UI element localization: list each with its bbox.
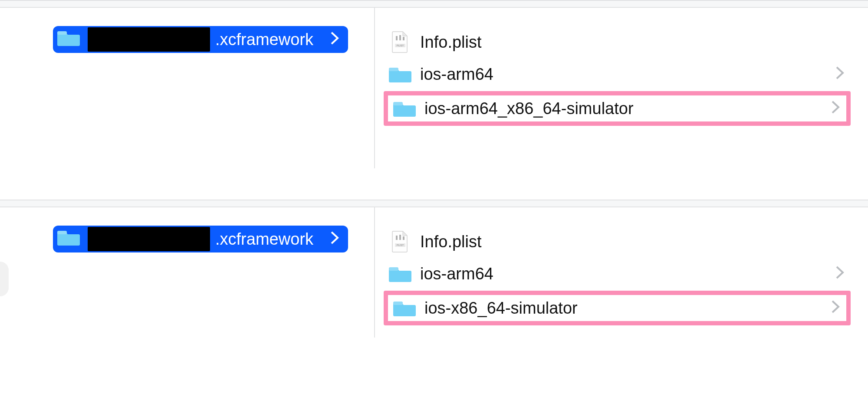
highlighted-item: ios-arm64_x86_64-simulator [384, 91, 851, 126]
parent-column: .xcframework [22, 207, 375, 338]
svg-rect-0 [57, 31, 67, 35]
toolbar-strip [0, 0, 868, 8]
left-gutter [0, 8, 22, 168]
selected-folder[interactable]: .xcframework [53, 26, 348, 53]
left-gutter [0, 207, 22, 338]
column-view: .xcframework PLIST [0, 207, 868, 338]
section-gap [0, 168, 868, 200]
chevron-right-icon [330, 230, 339, 248]
plist-file-icon: PLIST [387, 230, 413, 253]
svg-rect-12 [399, 235, 401, 240]
file-list: PLIST Info.plist [384, 26, 851, 126]
svg-rect-3 [396, 36, 398, 40]
contents-column: PLIST Info.plist [375, 207, 868, 338]
list-item[interactable]: ios-x86_64-simulator [388, 295, 846, 321]
finder-section-2: .xcframework PLIST [0, 200, 868, 338]
selected-folder-label: .xcframework [215, 30, 325, 49]
folder-icon [387, 65, 413, 83]
folder-label: ios-arm64 [420, 65, 835, 84]
chevron-right-icon [831, 299, 840, 317]
svg-rect-4 [399, 35, 401, 40]
redacted-name [88, 27, 210, 52]
folder-label: ios-x86_64-simulator [424, 299, 831, 318]
folder-icon [57, 29, 80, 51]
folder-label: ios-arm64_x86_64-simulator [424, 99, 831, 118]
list-item[interactable]: ios-arm64 [384, 58, 851, 90]
file-label: Info.plist [420, 33, 847, 52]
contents-column: PLIST Info.plist [375, 8, 868, 168]
chevron-right-icon [835, 65, 845, 83]
folder-icon [57, 228, 80, 250]
svg-rect-6 [389, 68, 398, 71]
list-item[interactable]: ios-arm64 [384, 258, 851, 290]
chevron-right-icon [831, 99, 840, 118]
highlighted-item: ios-x86_64-simulator [384, 291, 851, 325]
file-label: Info.plist [420, 233, 847, 251]
svg-rect-5 [403, 37, 404, 40]
toolbar-strip [0, 200, 868, 207]
svg-rect-8 [57, 231, 67, 234]
parent-column: .xcframework [22, 8, 375, 168]
folder-icon [387, 265, 413, 283]
svg-text:PLIST: PLIST [397, 244, 404, 246]
finder-section-1: .xcframework PLIST [0, 0, 868, 168]
svg-text:PLIST: PLIST [397, 44, 404, 47]
selected-folder-label: .xcframework [215, 230, 325, 249]
svg-rect-13 [403, 236, 404, 240]
list-item[interactable]: ios-arm64_x86_64-simulator [388, 95, 846, 121]
column-view: .xcframework PLIST [0, 8, 868, 168]
list-item[interactable]: PLIST Info.plist [384, 26, 851, 58]
folder-icon [391, 299, 418, 317]
selected-folder[interactable]: .xcframework [53, 226, 348, 252]
chevron-right-icon [835, 265, 845, 283]
chevron-right-icon [330, 30, 339, 49]
svg-rect-14 [389, 267, 398, 271]
folder-icon [391, 99, 418, 118]
svg-rect-15 [393, 302, 403, 305]
folder-label: ios-arm64 [420, 265, 835, 283]
svg-rect-7 [393, 102, 403, 105]
plist-file-icon: PLIST [387, 31, 413, 53]
file-list: PLIST Info.plist [384, 226, 851, 325]
redacted-name [88, 227, 210, 251]
list-item[interactable]: PLIST Info.plist [384, 226, 851, 258]
svg-rect-11 [396, 236, 398, 240]
